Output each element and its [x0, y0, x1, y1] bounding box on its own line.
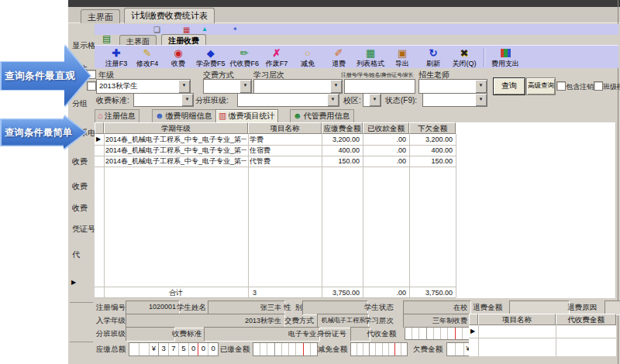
- row-marker-icon: ▶: [96, 136, 101, 143]
- table-row-item[interactable]: 住宿费: [250, 146, 319, 156]
- house-icon: ⌂: [98, 111, 103, 120]
- grid-header-due[interactable]: 应缴费金额: [322, 122, 363, 134]
- study-level-dropdown[interactable]: ▼: [253, 79, 343, 94]
- agency-fee-table: 项目名称 代收费金额 ▶: [469, 314, 616, 356]
- table-row-item[interactable]: 学费: [250, 135, 319, 145]
- colored-grid-icon[interactable]: ▦: [183, 26, 190, 34]
- toolbar-button-label: 注册F3: [105, 60, 128, 67]
- row-marker-icon: ▶: [71, 279, 76, 286]
- toolbar-button-expense[interactable]: 费用支出: [489, 47, 522, 69]
- chevron-down-icon[interactable]: ▼: [475, 94, 487, 106]
- toolbar-button-label: 收费: [171, 60, 185, 67]
- digit-cell: [288, 343, 295, 355]
- toolbar-button-label: 退费: [332, 60, 346, 67]
- enroll-grade-label: 入学年级: [96, 316, 126, 326]
- table-row-term[interactable]: 2014春_机械电子工程系_中专_电子专业_第一年: [105, 135, 246, 145]
- class-fuzzy-checkbox[interactable]: [594, 81, 603, 91]
- total-row-received: .00: [363, 288, 406, 298]
- toolbar-button-agency-fee[interactable]: ✏代收费F6: [228, 47, 262, 69]
- table-row-due[interactable]: 3,200.00: [322, 135, 360, 145]
- table-row-owed[interactable]: 3,200.00: [410, 135, 453, 145]
- digit-cell: 0: [198, 343, 208, 355]
- inner-tab-register-fee[interactable]: 注册收费: [161, 34, 206, 45]
- search-id-label: 注册号/学号/姓名/身份证号/家长: [341, 71, 414, 79]
- toolbar-button-charge[interactable]: ◉收费: [163, 47, 194, 69]
- grid-line: [469, 338, 616, 338]
- tab-plan-fee-statistics[interactable]: 计划缴费收费统计表: [124, 8, 215, 23]
- table-row-received[interactable]: .00: [363, 135, 406, 145]
- grid-header-owed[interactable]: 下欠金额: [409, 122, 456, 134]
- advanced-query-button[interactable]: 高级查询: [526, 77, 556, 95]
- toolbar-button-export[interactable]: ▣导出: [387, 47, 418, 69]
- left-panel-label: 收费: [72, 203, 95, 214]
- fee-standard-label: 收费标准:: [96, 95, 129, 106]
- agency-header-item[interactable]: 项目名称: [478, 314, 556, 325]
- query-button-label: 查询: [501, 81, 517, 90]
- agency-header-amount[interactable]: 代收费金额: [556, 314, 616, 325]
- grid-header-item[interactable]: 项目名称: [248, 122, 322, 134]
- toolbar-button-void[interactable]: ✗作废F7: [261, 47, 292, 69]
- query-button[interactable]: 查询: [493, 77, 525, 95]
- table-row-term[interactable]: 2014春_机械电子工程系_中专_电子专业_第一年: [105, 146, 246, 156]
- close-runner-icon: ✖: [451, 47, 477, 59]
- chevron-down-icon[interactable]: ▼: [181, 94, 193, 106]
- digit-cell: [412, 328, 418, 339]
- table-row-received[interactable]: .00: [363, 146, 406, 156]
- toolbar-button-tuition[interactable]: ◆学杂费F5: [194, 47, 228, 69]
- campus-dropdown[interactable]: ▼: [363, 93, 381, 107]
- chevron-down-icon[interactable]: ▼: [239, 80, 251, 93]
- new-doc-icon[interactable]: ❏: [153, 26, 160, 34]
- toolbar-button-refresh[interactable]: ↻刷新: [418, 47, 449, 69]
- chevron-down-icon[interactable]: ▼: [369, 94, 381, 106]
- grid-header-term[interactable]: 学期年级: [104, 122, 248, 134]
- red-book-icon: ▥: [219, 111, 226, 120]
- digit-cell: [356, 343, 363, 355]
- digit-cell: 0: [188, 343, 198, 355]
- notebook-icon: ▤: [102, 33, 111, 44]
- class-dropdown[interactable]: ▼: [237, 93, 339, 107]
- register-plus-icon: ✚: [103, 47, 129, 59]
- search-id-input[interactable]: [344, 79, 415, 94]
- pay-method-dropdown[interactable]: ▼: [203, 79, 252, 94]
- table-row-owed[interactable]: 150.00: [410, 156, 453, 167]
- table-row-term[interactable]: 2014春_机械电子工程系_中专_电子专业_第一年: [105, 156, 246, 167]
- total-row-owed: 3,750.00: [410, 288, 453, 298]
- toolbar-button-close[interactable]: ✖关闭(Q): [449, 47, 480, 69]
- study-level-dropdown-value: [254, 80, 330, 93]
- table-row-due[interactable]: 400.00: [322, 146, 360, 156]
- chevron-down-icon[interactable]: ▼: [327, 94, 339, 106]
- table-row-item[interactable]: 代管费: [250, 156, 319, 167]
- include-cancelled-checkbox[interactable]: [556, 81, 566, 91]
- toolbar-button-modify[interactable]: ✎修改F4: [132, 47, 163, 69]
- inner-tab-main[interactable]: 主界面: [119, 35, 157, 45]
- status-label: 状态(F9):: [385, 95, 417, 106]
- toolbar-button-label: 列表格式: [356, 60, 384, 67]
- status-dropdown[interactable]: ▼: [422, 93, 487, 107]
- digit-cell: [295, 343, 302, 355]
- recruiter-dropdown[interactable]: ▼: [418, 79, 487, 94]
- toolbar-button-reduction[interactable]: ○减免: [292, 47, 323, 69]
- digit-cell: [363, 343, 369, 355]
- toolbar-button-register[interactable]: ✚注册F3: [101, 47, 132, 69]
- toolbar-button-label: 减免: [301, 60, 315, 67]
- chevron-down-icon[interactable]: ▼: [330, 80, 342, 93]
- blue-mark-icon[interactable]: ✦: [232, 26, 238, 33]
- grade-dropdown[interactable]: 2013秋学生 ▼: [96, 79, 191, 94]
- fee-standard-value: 电子专业: [204, 327, 320, 342]
- toolbar-button-list-format[interactable]: ▦列表格式: [354, 47, 387, 69]
- grid-header-received[interactable]: 已收款金额: [363, 122, 409, 134]
- chevron-down-icon[interactable]: ▼: [178, 80, 190, 93]
- table-row-received[interactable]: .00: [363, 156, 406, 167]
- agency-marker-header: [469, 314, 478, 325]
- toolbar-button-refund[interactable]: ✐退费: [323, 47, 354, 69]
- table-row-owed[interactable]: 400.00: [410, 146, 453, 156]
- fee-standard-dropdown[interactable]: ▼: [133, 93, 194, 107]
- digit-cell: [375, 343, 381, 355]
- table-row-due[interactable]: 150.00: [322, 156, 360, 167]
- annotation-arrow-bottom: 查询条件最简单: [0, 115, 87, 150]
- tab-main-screen[interactable]: 主界面: [81, 9, 120, 23]
- chevron-down-icon[interactable]: ▼: [475, 80, 487, 93]
- grade-dropdown-value: 2013秋学生: [97, 80, 178, 93]
- tab-main-screen-label: 主界面: [88, 12, 113, 22]
- cyan-triangle-icon[interactable]: ▲: [202, 26, 208, 33]
